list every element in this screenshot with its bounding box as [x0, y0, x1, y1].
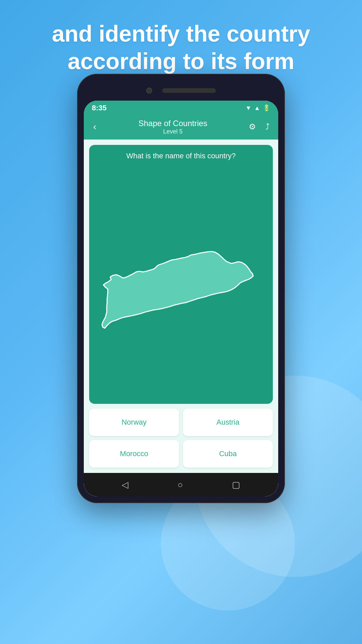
answers-grid: Norway Austria Morocco Cuba [89, 409, 273, 468]
app-subtitle: Level 5 [99, 128, 247, 135]
nav-home-button[interactable] [171, 476, 190, 493]
bottom-nav [84, 473, 278, 496]
settings-icon[interactable]: ⚙ [247, 120, 258, 133]
answer-cuba[interactable]: Cuba [183, 440, 273, 468]
app-bar-right: ⚙ ⤴ [247, 120, 272, 133]
nav-recents-button[interactable] [225, 476, 247, 493]
phone-notch [84, 80, 278, 101]
app-bar-center: Shape of Countries Level 5 [99, 119, 247, 135]
signal-icon: ▲ [254, 105, 260, 112]
status-icons: ▼ ▲ 🔋 [245, 104, 270, 112]
quiz-card: What is the name of this country? [89, 145, 273, 404]
share-icon[interactable]: ⤴ [263, 120, 272, 133]
app-bar: ‹ Shape of Countries Level 5 ⚙ ⤴ [84, 115, 278, 140]
battery-icon: 🔋 [263, 104, 270, 112]
nav-back-button[interactable] [115, 476, 135, 493]
camera [146, 88, 152, 94]
back-button[interactable]: ‹ [90, 119, 99, 135]
status-time: 8:35 [92, 104, 107, 112]
country-shape-svg [96, 234, 266, 330]
main-content: What is the name of this country? Norway… [84, 140, 278, 473]
answer-morocco[interactable]: Morocco [89, 440, 179, 468]
phone-frame: 8:35 ▼ ▲ 🔋 ‹ Shape of Countries Level 5 … [77, 74, 285, 503]
wifi-icon: ▼ [245, 105, 251, 112]
app-title: Shape of Countries [99, 119, 247, 128]
quiz-question: What is the name of this country? [120, 145, 243, 164]
country-shape-container [89, 164, 273, 404]
answer-norway[interactable]: Norway [89, 409, 179, 436]
answer-austria[interactable]: Austria [183, 409, 273, 436]
speaker [162, 88, 216, 93]
phone-screen: 8:35 ▼ ▲ 🔋 ‹ Shape of Countries Level 5 … [84, 101, 278, 496]
status-bar: 8:35 ▼ ▲ 🔋 [84, 101, 278, 115]
